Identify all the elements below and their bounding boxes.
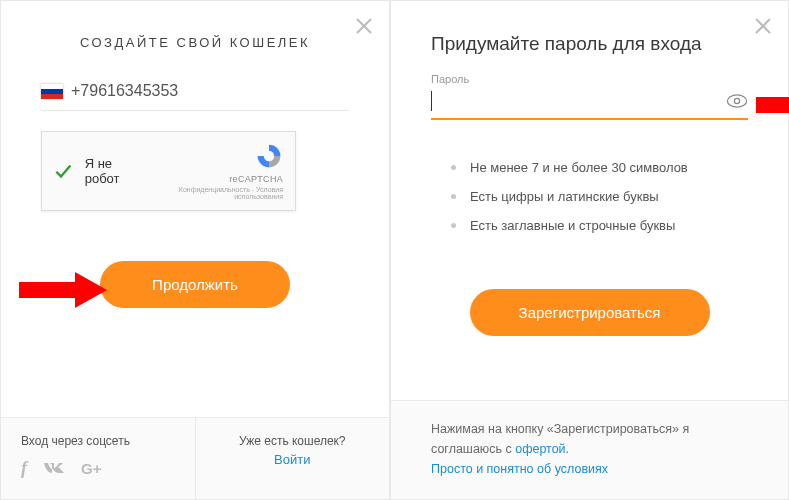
captcha-terms: Конфиденциальность - Условия использован…	[149, 186, 283, 200]
footer-right: Нажимая на кнопку «Зарегистрироваться» я…	[391, 400, 788, 499]
close-button-left[interactable]	[355, 17, 373, 35]
phone-value[interactable]: +79616345353	[71, 82, 178, 100]
close-icon	[754, 17, 772, 35]
svg-rect-2	[19, 282, 75, 298]
password-field-label: Пароль	[431, 73, 748, 85]
annotation-arrow-icon	[19, 270, 109, 310]
svg-rect-8	[756, 97, 789, 113]
phone-input-row: +79616345353	[41, 82, 349, 111]
rule-text: Не менее 7 и не более 30 символов	[470, 160, 688, 175]
svg-point-6	[727, 95, 746, 107]
checkmark-icon	[54, 160, 73, 182]
password-input[interactable]	[432, 90, 726, 112]
create-wallet-panel: Создайте свой кошелек +79616345353 Я не …	[0, 0, 390, 500]
recaptcha-icon	[255, 142, 283, 170]
captcha-label: Я не робот	[85, 156, 141, 186]
bullet-icon	[451, 165, 456, 170]
password-rules: Не менее 7 и не более 30 символов Есть ц…	[451, 160, 748, 247]
panel-title-left: Создайте свой кошелек	[1, 1, 389, 70]
svg-marker-3	[75, 272, 107, 308]
password-input-row[interactable]	[431, 90, 748, 120]
rule-text: Есть заглавные и строчные буквы	[470, 218, 675, 233]
register-button[interactable]: Зарегистрироваться	[470, 289, 710, 336]
svg-point-7	[734, 98, 739, 103]
rule-item: Не менее 7 и не более 30 символов	[451, 160, 748, 175]
recaptcha-box[interactable]: Я не робот reCAPTCHA Конфиденциальность …	[41, 131, 296, 211]
panel-title-right: Придумайте пароль для входа	[391, 1, 788, 73]
annotation-arrow-icon	[756, 85, 789, 125]
social-login-label: Вход через соцсеть	[21, 434, 175, 448]
offer-link[interactable]: офертой	[515, 442, 565, 456]
close-icon	[355, 17, 373, 35]
rule-item: Есть заглавные и строчные буквы	[451, 218, 748, 233]
conditions-link[interactable]: Просто и понятно об условиях	[431, 462, 608, 476]
login-link[interactable]: Войти	[216, 452, 370, 467]
facebook-icon[interactable]: f	[21, 458, 27, 479]
footer-left: Вход через соцсеть f G+ Уже есть кошелек…	[1, 417, 389, 499]
eye-icon[interactable]	[726, 94, 748, 108]
continue-button[interactable]: Продолжить	[100, 261, 290, 308]
captcha-brand: reCAPTCHA	[149, 175, 283, 184]
password-panel: Придумайте пароль для входа Пароль Не ме…	[390, 0, 789, 500]
google-plus-icon[interactable]: G+	[81, 460, 101, 477]
bullet-icon	[451, 194, 456, 199]
vk-icon[interactable]	[43, 460, 65, 477]
country-flag-russia[interactable]	[41, 84, 63, 99]
rule-text: Есть цифры и латинские буквы	[470, 189, 659, 204]
close-button-right[interactable]	[754, 17, 772, 35]
rule-item: Есть цифры и латинские буквы	[451, 189, 748, 204]
bullet-icon	[451, 223, 456, 228]
existing-wallet-label: Уже есть кошелек?	[216, 434, 370, 448]
